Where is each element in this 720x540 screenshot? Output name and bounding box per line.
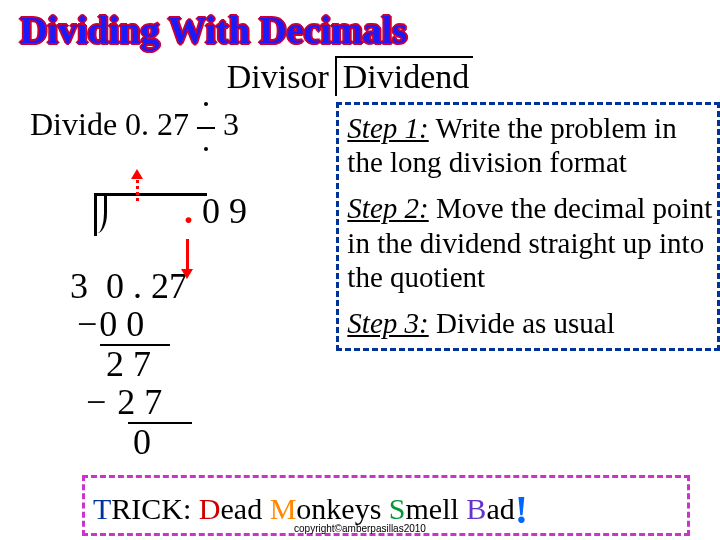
trick-s: S: [389, 492, 406, 525]
long-division-work: . 0 9 3 0 . 27 −0 0 2 7 − 2 7 0: [70, 155, 336, 461]
divisor-value: 3: [223, 106, 239, 142]
step-3-label: Step 3:: [347, 307, 428, 339]
problem-statement: Divide 0. 27 3: [30, 106, 336, 145]
remainder-1: 2 7: [106, 344, 151, 384]
steps-box: Step 1: Write the problem in the long di…: [336, 102, 720, 351]
trick-m: M: [270, 492, 297, 525]
quotient-digits: 0 9: [202, 191, 247, 231]
step-1: Step 1: Write the problem in the long di…: [347, 111, 713, 179]
copyright-text: copyright©amberpasillas2010: [0, 523, 720, 534]
step-2: Step 2: Move the decimal point in the di…: [347, 191, 713, 294]
arrow-down-icon: [186, 239, 188, 273]
trick-t: T: [93, 492, 111, 525]
divide-word: Divide: [30, 106, 125, 142]
trick-mell: mell: [406, 492, 467, 525]
trick-b: B: [466, 492, 486, 525]
trick-rick: RICK:: [111, 492, 199, 525]
trick-ad: ad: [486, 492, 514, 525]
step-2-label: Step 2:: [347, 192, 428, 224]
division-sign-icon: [197, 108, 215, 145]
trick-d: D: [199, 492, 221, 525]
division-bracket-icon: [94, 193, 207, 236]
remainder-2: 0: [133, 422, 151, 462]
step-3-text: Divide as usual: [429, 307, 615, 339]
minus-icon: −: [86, 382, 106, 422]
division-labels: DivisorDividend: [150, 56, 550, 96]
divisor-label: Divisor: [227, 58, 335, 96]
worked-example: Divide 0. 27 3 . 0 9 3 0 . 27 −0 0 2 7 −…: [0, 96, 336, 461]
subtract-1: 0 0: [99, 304, 144, 344]
trick-ead: ead: [221, 492, 270, 525]
long-divisor: 3: [70, 266, 88, 306]
minus-icon: −: [77, 304, 97, 344]
step-3: Step 3: Divide as usual: [347, 306, 713, 340]
dividend-label: Dividend: [335, 56, 474, 96]
trick-onkeys: onkeys: [296, 492, 389, 525]
step-1-label: Step 1:: [347, 112, 428, 144]
page-title: Dividing With Decimals: [0, 0, 720, 56]
dividend-value: 0. 27: [125, 106, 189, 142]
long-dividend: 0 . 27: [106, 266, 187, 306]
arrow-up-icon: [136, 175, 138, 201]
subtract-2: 2 7: [117, 382, 162, 422]
